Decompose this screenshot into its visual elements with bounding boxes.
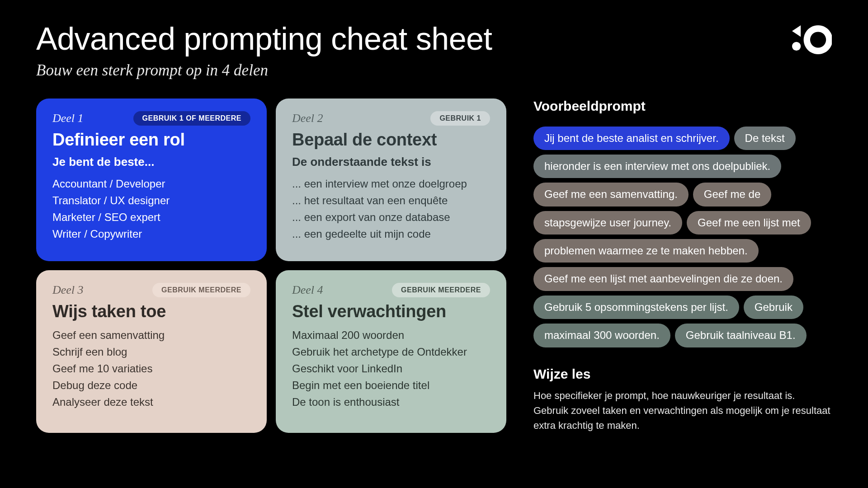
svg-point-1 (792, 42, 801, 51)
card-line: Geef me 10 variaties (52, 360, 250, 377)
card-deel-3: Deel 3 GEBRUIK MEERDERE Wijs taken toe G… (36, 270, 267, 433)
example-chip: Geef me een samenvatting. (533, 183, 689, 206)
page-title: Advanced prompting cheat sheet (36, 23, 832, 56)
example-chip: Geef me de (693, 183, 771, 206)
card-line: ... een export van onze database (292, 209, 490, 225)
card-intro: De onderstaande tekst is (292, 155, 490, 169)
card-lines: Geef een samenvattingSchrijf een blogGee… (52, 327, 250, 411)
card-part-label: Deel 4 (292, 283, 323, 297)
card-line: Geef een samenvatting (52, 327, 250, 343)
card-line: ... een interview met onze doelgroep (292, 175, 490, 192)
brand-logo (792, 25, 832, 56)
page-subtitle: Bouw een sterk prompt op in 4 delen (36, 61, 832, 80)
card-part-label: Deel 1 (52, 112, 84, 125)
example-chip: Gebruik taalniveau B1. (675, 324, 807, 347)
card-usage-pill: GEBRUIK 1 OF MEERDERE (133, 111, 250, 126)
card-heading: Bepaal de context (292, 130, 490, 150)
card-heading: Stel verwachtingen (292, 302, 490, 321)
card-deel-4: Deel 4 GEBRUIK MEERDERE Stel verwachting… (276, 270, 506, 433)
example-chip: Gebruik 5 opsommingstekens per lijst. (533, 296, 739, 319)
lesson-body: Hoe specifieker je prompt, hoe nauwkeuri… (533, 388, 832, 433)
card-line: De toon is enthousiast (292, 394, 490, 410)
card-line: Analyseer deze tekst (52, 394, 250, 410)
example-chips: Jij bent de beste analist en schrijver.D… (533, 127, 832, 347)
card-deel-2: Deel 2 GEBRUIK 1 Bepaal de context De on… (276, 99, 506, 261)
svg-marker-0 (792, 25, 801, 37)
lesson-title: Wijze les (533, 366, 832, 382)
card-lines: Accountant / DeveloperTranslator / UX de… (52, 175, 250, 243)
card-line: Writer / Copywriter (52, 225, 250, 242)
example-chip: Geef me een lijst met (687, 211, 811, 235)
example-chip: Gebruik (744, 296, 803, 319)
card-usage-pill: GEBRUIK MEERDERE (392, 283, 490, 297)
example-title: Voorbeeldprompt (533, 99, 832, 114)
card-line: Debug deze code (52, 377, 250, 394)
card-line: ... het resultaat van een enquête (292, 192, 490, 209)
card-line: Geschikt voor LinkedIn (292, 360, 490, 377)
card-heading: Definieer een rol (52, 130, 250, 150)
example-chip: Geef me een lijst met aanbevelingen die … (533, 267, 793, 291)
card-line: Marketer / SEO expert (52, 209, 250, 225)
card-line: Translator / UX designer (52, 192, 250, 209)
card-line: ... een gedeelte uit mijn code (292, 225, 490, 242)
example-chip: stapsgewijze user journey. (533, 211, 682, 235)
card-part-label: Deel 3 (52, 283, 84, 297)
card-intro: Je bent de beste... (52, 155, 250, 169)
card-lines: ... een interview met onze doelgroep... … (292, 175, 490, 243)
card-usage-pill: GEBRUIK 1 (430, 111, 490, 126)
example-chip: maximaal 300 woorden. (533, 324, 670, 347)
cards-grid: Deel 1 GEBRUIK 1 OF MEERDERE Definieer e… (36, 99, 506, 433)
card-part-label: Deel 2 (292, 112, 323, 125)
example-chip: Jij bent de beste analist en schrijver. (533, 127, 730, 150)
card-line: Begin met een boeiende titel (292, 377, 490, 394)
card-line: Gebruik het archetype de Ontdekker (292, 343, 490, 360)
card-usage-pill: GEBRUIK MEERDERE (152, 283, 250, 297)
card-lines: Maximaal 200 woordenGebruik het archetyp… (292, 327, 490, 411)
example-chip: hieronder is een interview met ons doelp… (533, 155, 781, 178)
example-chip: problemen waarmee ze te maken hebben. (533, 239, 759, 263)
card-heading: Wijs taken toe (52, 302, 250, 321)
example-chip: De tekst (734, 127, 796, 150)
card-line: Schrijf een blog (52, 343, 250, 360)
card-line: Maximaal 200 woorden (292, 327, 490, 343)
card-line: Accountant / Developer (52, 175, 250, 192)
card-deel-1: Deel 1 GEBRUIK 1 OF MEERDERE Definieer e… (36, 99, 267, 261)
